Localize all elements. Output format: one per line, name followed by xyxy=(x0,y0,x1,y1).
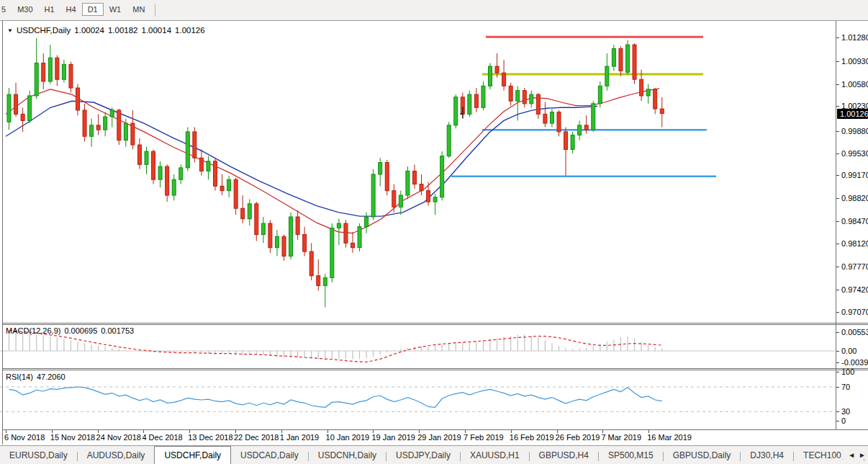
chart-tab-audusd-daily[interactable]: AUDUSD,Daily xyxy=(78,446,155,464)
candle-body[interactable] xyxy=(433,197,437,202)
candle-body[interactable] xyxy=(543,114,547,123)
candle-body[interactable] xyxy=(117,110,121,140)
panel-separator[interactable] xyxy=(2,323,868,324)
candle-body[interactable] xyxy=(406,171,410,195)
candle-body[interactable] xyxy=(179,168,183,179)
candle-body[interactable] xyxy=(158,166,162,179)
panel-separator[interactable] xyxy=(2,370,868,370)
rsi-panel-canvas[interactable] xyxy=(0,370,836,429)
chart-tab-usdchf-daily[interactable]: USDCHF,Daily xyxy=(154,446,231,464)
candle-body[interactable] xyxy=(592,104,595,130)
chart-tab-usdcad-daily[interactable]: USDCAD,Daily xyxy=(231,446,308,464)
candle-body[interactable] xyxy=(619,49,623,71)
candle-body[interactable] xyxy=(509,86,512,101)
timeframe-button-mn[interactable]: MN xyxy=(127,3,150,16)
candle-body[interactable] xyxy=(447,125,451,156)
candle-body[interactable] xyxy=(220,186,224,190)
candle-body[interactable] xyxy=(255,204,258,235)
candle-body[interactable] xyxy=(468,94,471,114)
tab-scroll-right-icon[interactable]: ► xyxy=(859,451,866,459)
candle-body[interactable] xyxy=(385,163,389,191)
candle-body[interactable] xyxy=(584,125,588,130)
candle-body[interactable] xyxy=(351,243,355,247)
candle-body[interactable] xyxy=(172,179,176,195)
candle-body[interactable] xyxy=(289,217,293,256)
candle-body[interactable] xyxy=(474,94,478,107)
candle-body[interactable] xyxy=(227,179,231,190)
chart-tab-eurusd-daily[interactable]: EURUSD,Daily xyxy=(0,446,77,464)
candle-body[interactable] xyxy=(420,184,423,191)
candle-body[interactable] xyxy=(626,45,630,72)
candle-body[interactable] xyxy=(523,91,526,104)
candle-body[interactable] xyxy=(248,204,251,219)
candle-body[interactable] xyxy=(489,66,492,86)
candle-body[interactable] xyxy=(28,96,32,121)
candle-body[interactable] xyxy=(131,123,135,145)
candle-body[interactable] xyxy=(309,251,313,276)
candle-body[interactable] xyxy=(598,86,602,104)
candle-body[interactable] xyxy=(48,58,52,81)
candle-body[interactable] xyxy=(275,236,279,247)
candle-body[interactable] xyxy=(654,89,657,109)
candle-body[interactable] xyxy=(344,223,348,243)
candle-body[interactable] xyxy=(440,156,444,197)
candle-body[interactable] xyxy=(145,151,148,164)
candle-body[interactable] xyxy=(83,110,86,136)
candle-body[interactable] xyxy=(633,45,636,79)
candle-body[interactable] xyxy=(96,125,100,130)
symbol-dropdown-icon[interactable]: ▼ xyxy=(7,27,13,34)
candle-body[interactable] xyxy=(261,223,265,234)
chart-tab-gbpusd-daily[interactable]: GBPUSD,Daily xyxy=(664,446,741,464)
candle-body[interactable] xyxy=(199,158,203,171)
chart-tab-usdcnh-daily[interactable]: USDCNH,Daily xyxy=(309,446,386,464)
candle-body[interactable] xyxy=(578,125,582,135)
candle-body[interactable] xyxy=(76,88,80,110)
time-axis[interactable]: 6 Nov 201815 Nov 201824 Nov 20184 Dec 20… xyxy=(0,430,868,445)
candle-body[interactable] xyxy=(495,66,499,73)
candle-body[interactable] xyxy=(399,195,402,207)
candle-body[interactable] xyxy=(365,217,369,227)
candle-body[interactable] xyxy=(62,64,65,79)
candle-body[interactable] xyxy=(502,73,506,86)
candle-body[interactable] xyxy=(55,58,59,79)
candle-body[interactable] xyxy=(152,151,155,179)
panel-separator[interactable] xyxy=(2,324,868,325)
candle-body[interactable] xyxy=(358,227,361,248)
chart-tab-sp500-m15[interactable]: SP500,M15 xyxy=(599,446,663,464)
candle-body[interactable] xyxy=(21,114,24,120)
candle-body[interactable] xyxy=(392,191,396,208)
candle-body[interactable] xyxy=(482,86,485,107)
candle-body[interactable] xyxy=(660,109,664,113)
candle-body[interactable] xyxy=(214,161,217,187)
price-chart-canvas[interactable] xyxy=(0,22,836,324)
candle-body[interactable] xyxy=(104,117,107,130)
candle-body[interactable] xyxy=(124,123,127,140)
candle-body[interactable] xyxy=(110,110,114,117)
candle-body[interactable] xyxy=(323,277,327,285)
candle-body[interactable] xyxy=(14,94,18,114)
candle-body[interactable] xyxy=(612,49,615,67)
timeframe-button-h1[interactable]: H1 xyxy=(39,3,60,16)
candle-body[interactable] xyxy=(317,276,320,286)
candle-body[interactable] xyxy=(536,94,540,114)
candle-body[interactable] xyxy=(166,166,169,195)
candle-body[interactable] xyxy=(530,94,533,104)
tab-scroll-left-icon[interactable]: ◄ xyxy=(848,451,855,459)
candle-body[interactable] xyxy=(282,236,286,256)
candle-body[interactable] xyxy=(241,208,245,219)
candle-body[interactable] xyxy=(454,97,458,125)
candle-body[interactable] xyxy=(137,145,141,164)
candle-body[interactable] xyxy=(640,79,643,96)
chart-tab-usdjpy-daily[interactable]: USDJPY,Daily xyxy=(386,446,460,464)
chart-tab-gbpusd-h4[interactable]: GBPUSD,H4 xyxy=(530,446,598,464)
candle-body[interactable] xyxy=(427,191,430,202)
candle-body[interactable] xyxy=(296,217,299,235)
candle-body[interactable] xyxy=(605,66,609,86)
candle-body[interactable] xyxy=(207,161,210,171)
timeframe-button-d1[interactable]: D1 xyxy=(82,3,104,16)
timeframe-button-5[interactable]: 5 xyxy=(0,3,12,16)
chart-tab-dj30-h4[interactable]: DJ30,H4 xyxy=(741,446,793,464)
chart-tab-xauusd-h1[interactable]: XAUUSD,H1 xyxy=(461,446,529,464)
candle-body[interactable] xyxy=(557,112,561,132)
timeframe-button-h4[interactable]: H4 xyxy=(60,3,82,16)
